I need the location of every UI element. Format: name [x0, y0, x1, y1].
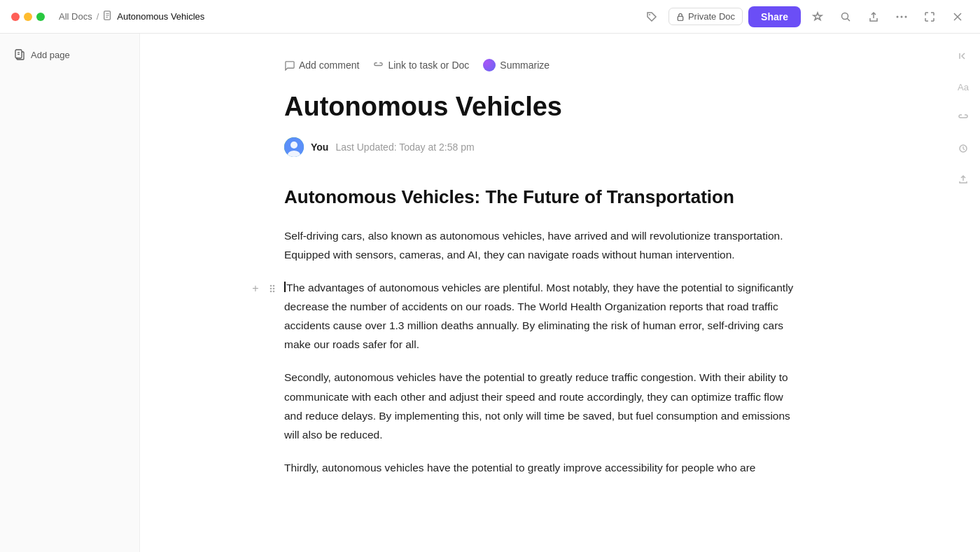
minimize-traffic-light[interactable]: [24, 13, 32, 21]
svg-point-9: [901, 15, 903, 18]
svg-point-25: [270, 291, 272, 293]
share-button[interactable]: Share: [748, 6, 801, 27]
svg-point-26: [273, 291, 275, 293]
toolbar-row: Add comment Link to task or Doc Summariz…: [284, 56, 802, 74]
breadcrumb-all-docs[interactable]: All Docs: [59, 11, 92, 22]
link-task-label: Link to task or Doc: [388, 60, 469, 71]
svg-point-19: [290, 142, 298, 149]
block-add-button[interactable]: +: [248, 281, 263, 296]
titlebar: All Docs / Autonomous Vehicles Priv: [0, 0, 980, 34]
svg-point-8: [897, 15, 899, 18]
template-icon-button[interactable]: [952, 137, 974, 160]
paragraph-3[interactable]: Secondly, autonomous vehicles have the p…: [284, 368, 802, 444]
tag-button[interactable]: [640, 6, 663, 28]
svg-point-4: [649, 14, 650, 15]
svg-line-7: [848, 18, 850, 21]
svg-point-24: [273, 288, 275, 290]
add-page-button[interactable]: Add page: [8, 45, 131, 64]
more-button[interactable]: [890, 6, 913, 28]
paragraph-2[interactable]: The advantages of autonomous vehicles ar…: [284, 278, 802, 354]
paragraph-1[interactable]: Self-driving cars, also known as autonom…: [284, 226, 802, 264]
doc-icon: [103, 11, 113, 22]
svg-point-10: [905, 15, 907, 18]
traffic-lights: [11, 13, 45, 21]
last-updated: Last Updated: Today at 2:58 pm: [335, 142, 474, 153]
author-row: You Last Updated: Today at 2:58 pm: [284, 137, 802, 157]
collapse-left-icon-button[interactable]: [952, 45, 974, 67]
maximize-traffic-light[interactable]: [36, 13, 45, 21]
block-controls: +: [248, 281, 280, 296]
doc-container: Add comment Link to task or Doc Summariz…: [270, 56, 816, 477]
doc-title[interactable]: Autonomous Vehicles: [284, 91, 802, 123]
right-sidebar: Aa: [946, 34, 980, 552]
fullscreen-button[interactable]: [918, 6, 941, 28]
svg-point-21: [270, 285, 272, 287]
close-button[interactable]: [946, 6, 969, 28]
breadcrumb: All Docs / Autonomous Vehicles: [59, 11, 204, 22]
private-doc-badge: Private Doc: [668, 8, 743, 25]
main-content: Add comment Link to task or Doc Summariz…: [140, 34, 946, 552]
svg-point-6: [842, 13, 848, 19]
search-button[interactable]: [834, 6, 857, 28]
summarize-icon: [483, 59, 496, 71]
summarize-button[interactable]: Summarize: [483, 56, 550, 74]
summarize-label: Summarize: [500, 60, 550, 71]
private-doc-label: Private Doc: [688, 11, 735, 22]
author-name: You: [311, 142, 328, 153]
sidebar: Add page: [0, 34, 140, 552]
block-drag-handle[interactable]: [265, 281, 280, 296]
favorite-button[interactable]: [806, 6, 829, 28]
block-paragraph-2: + The advantages of autonomous vehicles …: [284, 278, 802, 368]
upload-icon-button[interactable]: [952, 168, 974, 191]
svg-rect-5: [678, 16, 683, 20]
share-link-icon-button[interactable]: [952, 106, 974, 129]
font-size-button[interactable]: Aa: [952, 76, 974, 98]
article-heading[interactable]: Autonomous Vehicles: The Future of Trans…: [284, 185, 802, 209]
avatar: [284, 137, 304, 157]
svg-point-23: [270, 288, 272, 290]
paragraph-4[interactable]: Thirdly, autonomous vehicles have the po…: [284, 458, 802, 477]
close-traffic-light[interactable]: [11, 13, 20, 21]
breadcrumb-separator: /: [97, 11, 99, 22]
add-comment-label: Add comment: [299, 60, 359, 71]
add-comment-button[interactable]: Add comment: [284, 57, 359, 74]
titlebar-actions: Private Doc Share: [640, 6, 969, 28]
add-page-label: Add page: [31, 50, 70, 60]
link-task-button[interactable]: Link to task or Doc: [373, 57, 469, 74]
svg-point-22: [273, 285, 275, 287]
export-button[interactable]: [862, 6, 885, 28]
breadcrumb-doc-name: Autonomous Vehicles: [117, 11, 204, 22]
